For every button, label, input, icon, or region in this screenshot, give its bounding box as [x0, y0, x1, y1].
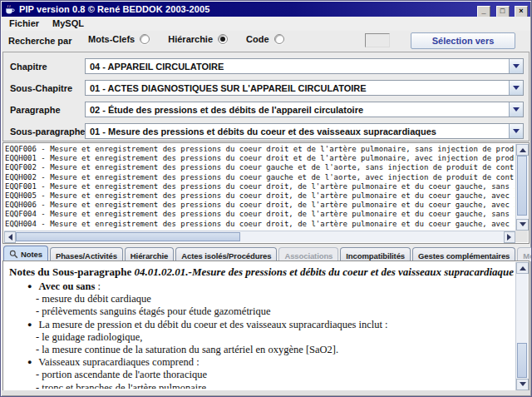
radio-hierarchie[interactable]: Hiérarchie: [168, 34, 228, 44]
list-item[interactable]: EQQH006 - Mesure et enregistrement des p…: [5, 201, 515, 210]
list-vertical-scrollbar[interactable]: [515, 144, 528, 231]
radio-circle-selected-icon[interactable]: [218, 34, 228, 44]
search-mode-radio-group: Mots-Clefs Hiérarchie Code: [88, 34, 303, 44]
note-item: - tronc et branches de l'artère pulmonai…: [9, 382, 510, 390]
sous-chapitre-value: 01 - ACTES DIAGNOSTIQUES SUR L'APPAREIL …: [86, 81, 509, 95]
radio-hierarchie-label: Hiérarchie: [168, 34, 213, 44]
window-controls: _ □ ×: [475, 2, 528, 17]
scroll-up-button[interactable]: [516, 144, 529, 156]
paragraphe-dropdown[interactable]: 02 - Étude des pressions et des débits d…: [85, 102, 524, 117]
sous-chapitre-dropdown[interactable]: 01 - ACTES DIAGNOSTIQUES SUR L'APPAREIL …: [85, 80, 524, 96]
scroll-up-button[interactable]: [516, 262, 529, 274]
paragraphe-label: Paragraphe: [10, 105, 61, 115]
scroll-right-button[interactable]: [504, 231, 515, 243]
scroll-down-button[interactable]: [516, 219, 529, 231]
tab-incompatibilites[interactable]: Incompatibilités: [340, 247, 411, 261]
titlebar: PIP version 0.8 © René BEDDOK 2003-2005 …: [2, 2, 530, 17]
menu-fichier[interactable]: Fichier: [9, 18, 39, 29]
selection-thesaurus-button[interactable]: Sélection vers thésaurus: [411, 32, 515, 49]
bullet-icon: ●: [27, 358, 32, 366]
list-item[interactable]: EQQF006 - Mesure et enregistrement des p…: [5, 145, 515, 154]
triangle-up-icon: [520, 145, 526, 152]
list-item[interactable]: EQQF001 - Mesure et enregistrement des p…: [5, 182, 515, 191]
bullet-icon: ●: [27, 282, 32, 290]
radio-mots-clefs[interactable]: Mots-Clefs: [88, 34, 150, 44]
chapitre-row: Chapitre 04 - APPAREIL CIRCULATOIRE: [3, 58, 529, 75]
radio-circle-icon[interactable]: [274, 34, 284, 44]
note-item: - prélèvements sanguins étagés pour étud…: [9, 305, 510, 318]
sous-paragraphe-dropdown[interactable]: 01 - Mesure des pressions et débits du c…: [85, 123, 524, 139]
list-item[interactable]: EQQH001 - Mesure et enregistrement des p…: [5, 154, 515, 163]
note-item: - mesure du débit cardiaque: [9, 293, 510, 305]
paragraphe-value: 02 - Étude des pressions et des débits d…: [86, 102, 509, 117]
note-bullet: ● Vaisseaux supracardiaques comprend :: [9, 356, 510, 369]
paragraphe-row: Paragraphe 02 - Étude des pressions et d…: [3, 102, 529, 118]
triangle-up-icon: [520, 263, 526, 270]
sous-paragraphe-label: Sous-paragraphe: [10, 127, 85, 136]
sous-chapitre-row: Sous-Chapitre 01 - ACTES DIAGNOSTIQUES S…: [3, 80, 529, 97]
tab-gestes-complementaires[interactable]: Gestes complémentaires: [412, 247, 515, 261]
notes-panel: Notes du Sous-paragraphe 04.01.02.01.-Me…: [2, 261, 530, 392]
magnifier-icon: [9, 250, 18, 259]
notes-header: Notes du Sous-paragraphe 04.01.02.01.-Me…: [9, 265, 510, 280]
list-item[interactable]: EQQH005 - Mesure et enregistrement des p…: [5, 191, 515, 201]
code-input[interactable]: [365, 33, 390, 47]
triangle-down-icon: [520, 382, 526, 390]
radio-code[interactable]: Code: [246, 34, 284, 44]
notes-header-prefix: Notes du Sous-paragraphe: [9, 265, 135, 278]
radio-code-label: Code: [246, 34, 269, 44]
acts-list-panel: EQQF006 - Mesure et enregistrement des p…: [2, 142, 530, 244]
hierarchy-panel: Chapitre 04 - APPAREIL CIRCULATOIRE Sous…: [2, 52, 530, 141]
scrollbar-thumb[interactable]: [517, 156, 527, 216]
chevron-down-icon[interactable]: [509, 59, 523, 73]
triangle-down-icon: [520, 222, 526, 230]
list-item[interactable]: EQQH004 - Mesure et enregistrement des p…: [5, 220, 515, 229]
chevron-down-icon[interactable]: [509, 102, 523, 117]
radio-circle-icon[interactable]: [140, 34, 150, 44]
tab-hierarchie[interactable]: Hiérarchie: [125, 247, 174, 261]
notes-content: Notes du Sous-paragraphe 04.01.02.01.-Me…: [6, 264, 514, 389]
tab-actes-isoles-procedures[interactable]: Actes isolés/Procédures: [175, 247, 277, 261]
window-title: PIP version 0.8 © René BEDDOK 2003-2005: [19, 4, 475, 14]
list-item[interactable]: EQQH002 - Mesure et enregistrement des p…: [5, 173, 515, 182]
chapitre-label: Chapitre: [10, 62, 47, 72]
app-window: PIP version 0.8 © René BEDDOK 2003-2005 …: [0, 0, 532, 397]
triangle-right-icon: [507, 234, 515, 241]
chapitre-value: 04 - APPAREIL CIRCULATOIRE: [86, 59, 509, 73]
scrollbar-thumb[interactable]: [16, 232, 240, 241]
notes-vertical-scrollbar[interactable]: [515, 262, 528, 390]
tab-notes-label: Notes: [21, 250, 42, 259]
menu-mysql[interactable]: MySQL: [52, 18, 84, 29]
window-bottom-edge: [2, 390, 530, 395]
tab-notes[interactable]: Notes: [3, 246, 48, 261]
note-item: - la mesure continue de la saturation du…: [9, 344, 510, 356]
note-item: - portion ascendante de l'aorte thoraciq…: [9, 369, 510, 381]
scroll-down-button[interactable]: [516, 379, 529, 390]
maximize-button[interactable]: □: [496, 6, 510, 17]
java-cup-icon: [4, 4, 16, 15]
note-item: - le guidage radiologique,: [9, 331, 510, 344]
minimize-button[interactable]: _: [477, 6, 490, 17]
sous-chapitre-label: Sous-Chapitre: [10, 83, 72, 93]
list-horizontal-scrollbar[interactable]: [4, 231, 515, 242]
list-item[interactable]: EQQF004 - Mesure et enregistrement des p…: [5, 210, 515, 219]
recherche-par-label: Recherche par: [8, 36, 71, 46]
list-item[interactable]: EQQF002 - Mesure et enregistrement des p…: [5, 163, 515, 172]
chapitre-dropdown[interactable]: 04 - APPAREIL CIRCULATOIRE: [85, 58, 524, 74]
scrollbar-corner: [515, 231, 528, 242]
radio-mots-clefs-label: Mots-Clefs: [88, 34, 135, 44]
tab-phases-activites[interactable]: Phases/Activités: [50, 247, 123, 261]
triangle-left-icon: [5, 234, 12, 241]
search-row: Recherche par Mots-Clefs Hiérarchie Code…: [2, 31, 530, 52]
note-bullet: ● La mesure de pression et du débit du c…: [9, 319, 510, 331]
sous-paragraphe-row: Sous-paragraphe 01 - Mesure des pression…: [3, 123, 529, 140]
chevron-down-icon[interactable]: [509, 81, 523, 95]
note-bullet: ● Avec ou sans :: [9, 280, 510, 293]
acts-list: EQQF006 - Mesure et enregistrement des p…: [5, 145, 515, 230]
notes-header-title: 04.01.02.01.-Mesure des pressions et déb…: [135, 265, 514, 278]
scrollbar-thumb[interactable]: [517, 343, 527, 378]
scroll-left-button[interactable]: [4, 231, 16, 243]
sous-paragraphe-value: 01 - Mesure des pressions et débits du c…: [86, 124, 509, 138]
close-button[interactable]: ×: [515, 6, 528, 17]
chevron-down-icon[interactable]: [509, 124, 523, 138]
